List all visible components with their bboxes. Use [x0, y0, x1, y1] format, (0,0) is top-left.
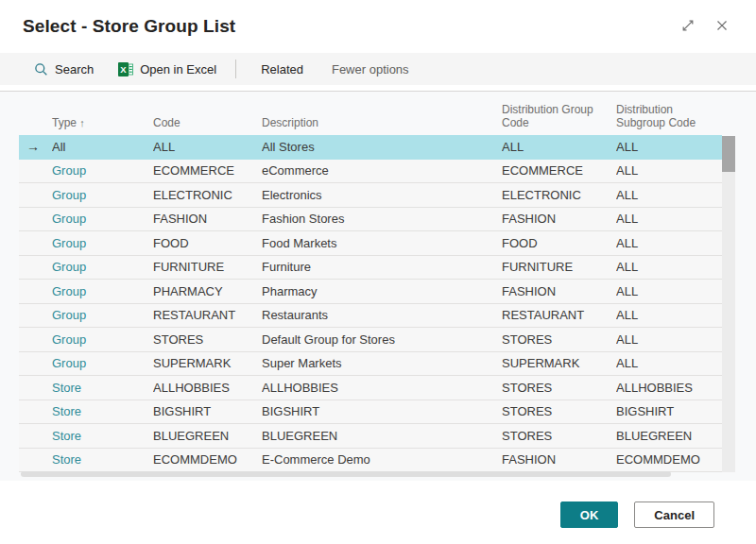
related-label: Related [261, 62, 303, 76]
fewer-options-label: Fewer options [332, 62, 409, 76]
store-group-list-grid: Type ↑ Code Description Distribution Gro… [0, 91, 756, 481]
cell-code: ECOMMDEMO [153, 452, 262, 467]
cell-code: FURNITURE [153, 260, 262, 274]
cell-distribution-group-code: FURNITURE [502, 260, 616, 274]
table-row[interactable]: Group ELECTRONIC Electronics ELECTRONIC … [19, 183, 722, 208]
cell-distribution-subgroup-code: ALLHOBBIES [616, 381, 722, 395]
cell-distribution-subgroup-code: BIGSHIRT [616, 404, 722, 418]
cell-distribution-subgroup-code: ALL [616, 332, 722, 347]
cell-distribution-subgroup-code: ALL [616, 308, 722, 322]
table-row[interactable]: Store ALLHOBBIES ALLHOBBIES STORES ALLHO… [19, 376, 722, 400]
search-button[interactable]: Search [28, 59, 99, 80]
cell-type[interactable]: Group [52, 163, 153, 178]
cell-type[interactable]: Group [52, 332, 153, 347]
toolbar-divider [235, 60, 236, 78]
search-icon [34, 62, 48, 76]
cell-description: Restaurants [262, 308, 502, 322]
cell-type[interactable]: Group [52, 284, 153, 298]
cell-type[interactable]: Group [52, 308, 153, 322]
cell-distribution-subgroup-code: ALL [616, 236, 722, 250]
table-row[interactable]: Group PHARMACY Pharmacy FASHION ALL [19, 280, 722, 304]
cancel-button[interactable]: Cancel [634, 502, 714, 528]
cell-type[interactable]: Group [52, 188, 153, 202]
cell-description: All Stores [262, 140, 502, 154]
cell-code: SUPERMARK [153, 356, 262, 370]
sort-ascending-icon: ↑ [79, 117, 85, 128]
table-row[interactable]: Group FASHION Fashion Stores FASHION ALL [19, 208, 722, 232]
cell-distribution-group-code: FASHION [502, 212, 616, 226]
table-row[interactable]: Store BIGSHIRT BIGSHIRT STORES BIGSHIRT [19, 400, 722, 425]
dialog-titlebar: Select - Store Group List [0, 0, 756, 53]
cell-type[interactable]: Store [52, 404, 153, 418]
cell-description: eCommerce [262, 163, 502, 178]
cell-code: BLUEGREEN [153, 429, 262, 443]
cell-distribution-group-code: FASHION [502, 452, 616, 467]
table-row[interactable]: Group FURNITURE Furniture FURNITURE ALL [19, 256, 722, 280]
table-row[interactable]: Group STORES Default Group for Stores ST… [19, 328, 722, 352]
cell-type[interactable]: Group [52, 260, 153, 274]
expand-dialog-button[interactable] [679, 16, 697, 35]
close-dialog-button[interactable] [713, 16, 731, 35]
horizontal-scrollbar[interactable] [19, 471, 722, 478]
table-row[interactable]: Group ECOMMERCE eCommerce ECOMMERCE ALL [19, 160, 722, 184]
search-label: Search [55, 62, 94, 76]
cell-description: Food Markets [262, 236, 502, 250]
cell-code: FOOD [153, 236, 262, 250]
vertical-scrollbar-thumb[interactable] [722, 136, 735, 172]
cell-distribution-subgroup-code: ALL [616, 212, 722, 226]
cell-description: Pharmacy [262, 284, 502, 298]
cell-distribution-group-code: SUPERMARK [502, 356, 616, 370]
table-row[interactable]: Store ECOMMDEMO E-Commerce Demo FASHION … [19, 449, 722, 473]
current-row-marker: → [19, 139, 52, 154]
cell-description: ALLHOBBIES [262, 381, 502, 395]
cell-description: Fashion Stores [262, 212, 502, 226]
cell-description: Furniture [262, 260, 502, 274]
vertical-scrollbar[interactable] [722, 136, 735, 472]
table-row[interactable]: Group RESTAURANT Restaurants RESTAURANT … [19, 304, 722, 329]
ok-button[interactable]: OK [560, 502, 619, 528]
cell-distribution-subgroup-code: ECOMMDEMO [616, 452, 722, 467]
horizontal-scrollbar-thumb[interactable] [21, 471, 671, 477]
cell-code: ALLHOBBIES [153, 381, 262, 395]
table-row[interactable]: Group SUPERMARK Super Markets SUPERMARK … [19, 352, 722, 377]
action-toolbar: Search X Open in Excel Related Fewer opt… [0, 53, 756, 85]
table-row[interactable]: → All ALL All Stores ALL ALL [19, 135, 722, 160]
cell-type[interactable]: Store [52, 381, 153, 395]
cell-code: BIGSHIRT [153, 404, 262, 418]
cell-distribution-subgroup-code: BLUEGREEN [616, 429, 722, 443]
cell-type[interactable]: Group [52, 236, 153, 250]
column-header-type[interactable]: Type ↑ [52, 116, 153, 129]
column-header-distribution-subgroup-code[interactable]: Distribution Subgroup Code [616, 103, 722, 129]
expand-icon [680, 22, 696, 36]
cell-distribution-group-code: STORES [502, 429, 616, 443]
cell-distribution-subgroup-code: ALL [616, 163, 722, 178]
cell-type[interactable]: Group [52, 212, 153, 226]
cell-type[interactable]: Store [52, 452, 153, 467]
cell-distribution-group-code: ECOMMERCE [502, 163, 616, 178]
cell-code: STORES [153, 332, 262, 347]
cell-code: ELECTRONIC [153, 188, 262, 202]
column-header-code[interactable]: Code [153, 116, 262, 129]
close-icon [714, 22, 730, 36]
grid-header-row: Type ↑ Code Description Distribution Gro… [19, 92, 722, 135]
cell-description: BIGSHIRT [262, 404, 502, 418]
cell-description: Super Markets [262, 356, 502, 370]
fewer-options-button[interactable]: Fewer options [326, 59, 415, 80]
cell-code: ECOMMERCE [153, 163, 262, 178]
page-title: Select - Store Group List [23, 15, 733, 38]
table-row[interactable]: Store BLUEGREEN BLUEGREEN STORES BLUEGRE… [19, 424, 722, 449]
cell-distribution-subgroup-code: ALL [616, 260, 722, 274]
cell-type[interactable]: All [52, 140, 153, 154]
column-header-description[interactable]: Description [262, 116, 502, 129]
table-row[interactable]: Group FOOD Food Markets FOOD ALL [19, 231, 722, 256]
column-header-distribution-group-code[interactable]: Distribution Group Code [502, 103, 616, 129]
cell-code: PHARMACY [153, 284, 262, 298]
cell-distribution-subgroup-code: ALL [616, 140, 722, 154]
cell-distribution-group-code: STORES [502, 381, 616, 395]
open-in-excel-button[interactable]: X Open in Excel [112, 59, 222, 80]
cell-type[interactable]: Store [52, 429, 153, 443]
cell-distribution-group-code: FASHION [502, 284, 616, 298]
cell-code: RESTAURANT [153, 308, 262, 322]
related-button[interactable]: Related [255, 59, 309, 80]
cell-type[interactable]: Group [52, 356, 153, 370]
